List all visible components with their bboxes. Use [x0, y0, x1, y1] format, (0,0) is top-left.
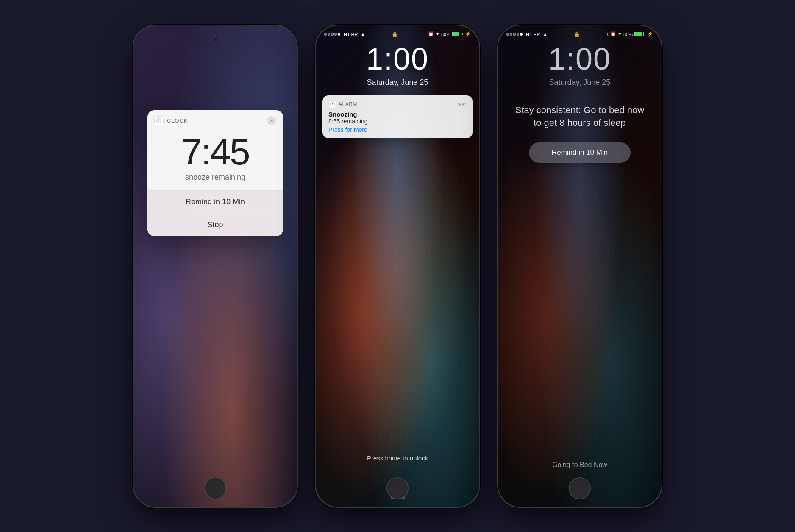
lock-icon: 🔒: [392, 31, 398, 37]
charging-icon: ⚡: [465, 31, 471, 37]
carrier-name: HT HR: [526, 32, 540, 37]
sleep-screen-time: 1:00: [498, 42, 662, 76]
stop-button[interactable]: Stop: [147, 213, 283, 236]
modal-app-name: CLOCK: [167, 117, 188, 124]
notif-app-icon: 🕐: [328, 100, 336, 108]
alarm-modal: 🕐 CLOCK × 7:45 snooze remaining Remind i…: [147, 110, 283, 236]
modal-close-button[interactable]: ×: [267, 116, 276, 125]
alarm-icon: ⏰: [428, 31, 434, 37]
signal-strength: [324, 33, 340, 36]
lock-screen-time: 1:00: [316, 42, 479, 76]
notif-app-name: ALARM: [339, 101, 357, 107]
alarm-notification[interactable]: 🕐 ALARM now Snoozing 8:55 remaining Pres…: [322, 95, 473, 138]
status-bar: HT HR ▲ 🔒 ↑ ⏰ ✦ 80% ⚡: [316, 25, 479, 37]
lock-icon: 🔒: [574, 31, 580, 37]
phone-3: HT HR ▲ 🔒 ↑ ⏰ ✦ 80% ⚡: [497, 25, 662, 508]
alarm-icon: ⏰: [610, 31, 616, 37]
signal-strength: [506, 33, 523, 36]
status-bar: HT HR ▲ 🔒 ↑ ⏰ ✦ 80% ⚡: [498, 25, 662, 37]
lock-screen-date: Saturday, June 25: [316, 78, 479, 87]
notif-body: 8:55 remaining: [328, 118, 467, 125]
battery-pct: 80%: [623, 32, 633, 37]
wifi-icon: ▲: [360, 31, 365, 37]
home-button[interactable]: [569, 477, 591, 499]
carrier-name: HT HR: [344, 32, 358, 37]
bluetooth-icon: ✦: [436, 31, 439, 37]
sleep-message: Stay consistent: Go to bed now to get 8 …: [498, 104, 662, 130]
home-button[interactable]: [204, 477, 226, 499]
location-icon: ↑: [606, 32, 609, 37]
sleep-screen-date: Saturday, June 25: [498, 78, 662, 87]
clock-app-icon: 🕐: [154, 116, 164, 125]
alarm-time-display: 7:45: [147, 133, 283, 170]
phone-1: 🕐 CLOCK × 7:45 snooze remaining Remind i…: [133, 25, 298, 508]
remind-button[interactable]: Remind in 10 Min: [147, 191, 283, 213]
remind-10-min-button[interactable]: Remind in 10 Min: [529, 142, 631, 163]
location-icon: ↑: [424, 32, 426, 37]
wifi-icon: ▲: [542, 31, 548, 37]
snooze-remaining-text: snooze remaining: [147, 173, 283, 190]
going-to-bed-text[interactable]: Going to Bed Now: [498, 461, 662, 469]
notif-action[interactable]: Press for more: [328, 126, 467, 133]
press-home-text: Press home to unlock: [316, 454, 479, 462]
phone-2: HT HR ▲ 🔒 ↑ ⏰ ✦ 80% ⚡: [315, 25, 480, 508]
battery-pct: 80%: [441, 32, 450, 37]
notif-time: now: [457, 101, 467, 107]
bluetooth-icon: ✦: [618, 31, 622, 37]
notif-title: Snoozing: [328, 111, 467, 118]
home-button[interactable]: [386, 477, 409, 499]
charging-icon: ⚡: [647, 31, 653, 37]
